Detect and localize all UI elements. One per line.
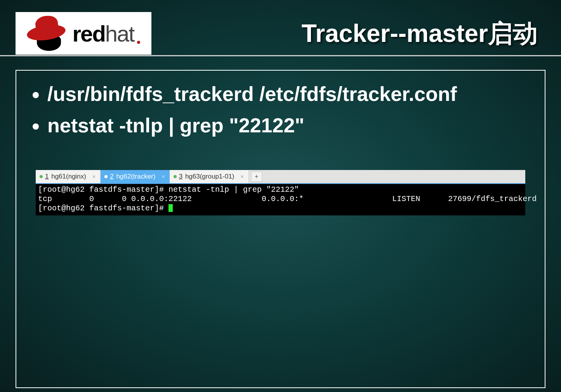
bullet-list: /usr/bin/fdfs_trackerd /etc/fdfs/tracker… xyxy=(28,78,533,141)
tab-label: hg62(tracker) xyxy=(116,173,155,180)
slide-title: Tracker--master启动 xyxy=(302,17,538,50)
redhat-logo: redhat xyxy=(16,12,151,55)
tab-num: 2 xyxy=(110,173,113,180)
terminal-line: [root@hg62 fastdfs-master]# netstat -tnl… xyxy=(38,185,299,194)
close-icon[interactable]: × xyxy=(92,173,96,180)
terminal-tab-3[interactable]: 3 hg63(group1-01) × xyxy=(170,170,249,183)
status-dot-icon xyxy=(104,175,108,178)
status-dot-icon xyxy=(40,175,43,178)
slide-header: redhat Tracker--master启动 xyxy=(0,0,561,56)
logo-text: redhat xyxy=(73,21,134,47)
tab-num: 1 xyxy=(45,173,49,180)
add-tab-button[interactable]: + xyxy=(251,172,262,182)
cursor-icon xyxy=(168,204,173,212)
close-icon[interactable]: × xyxy=(161,173,165,180)
terminal-screenshot: 1 hg61(nginx) × 2 hg62(tracker) × 3 hg63… xyxy=(36,170,525,215)
bullet-item: netstat -tnlp | grep "22122" xyxy=(47,110,533,141)
terminal-tab-2[interactable]: 2 hg62(tracker) × xyxy=(101,170,170,183)
terminal-tab-bar: 1 hg61(nginx) × 2 hg62(tracker) × 3 hg63… xyxy=(36,170,525,184)
logo-text-bold: red xyxy=(73,21,105,46)
terminal-tab-1[interactable]: 1 hg61(nginx) × xyxy=(36,170,101,183)
tab-label: hg63(group1-01) xyxy=(185,173,234,180)
terminal-line: tcp 0 0 0.0.0.0:22122 0.0.0.0:* LISTEN 2… xyxy=(38,194,537,203)
bullet-item: /usr/bin/fdfs_trackerd /etc/fdfs/tracker… xyxy=(47,78,533,110)
terminal-output: [root@hg62 fastdfs-master]# netstat -tnl… xyxy=(36,184,525,215)
status-dot-icon xyxy=(174,175,177,178)
slide-content: /usr/bin/fdfs_trackerd /etc/fdfs/tracker… xyxy=(16,70,545,388)
logo-text-light: hat xyxy=(105,21,134,46)
redhat-icon xyxy=(27,16,69,51)
tab-label: hg61(nginx) xyxy=(51,173,86,180)
close-icon[interactable]: × xyxy=(240,173,245,180)
terminal-prompt: [root@hg62 fastdfs-master]# xyxy=(38,204,168,213)
logo-dot xyxy=(137,41,140,44)
tab-num: 3 xyxy=(179,173,182,180)
